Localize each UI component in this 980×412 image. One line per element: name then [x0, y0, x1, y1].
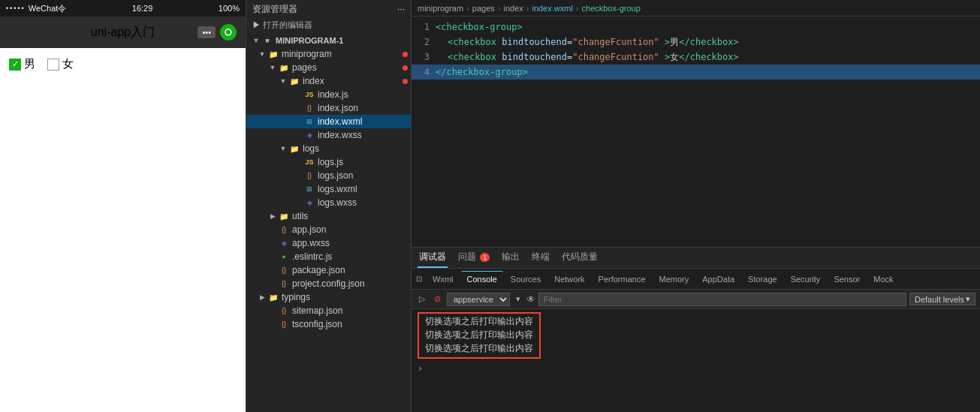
- tab-mock[interactable]: Mock: [867, 272, 899, 287]
- file-sitemap-label: sitemap.json: [292, 305, 342, 316]
- file-index-wxss-label: index.wxss: [318, 130, 362, 140]
- project-root[interactable]: ▼ ■ MINIPROGRAM-1: [246, 34, 411, 47]
- file-sitemap-icon: {}: [278, 305, 290, 317]
- dropdown-arrow[interactable]: ▾: [513, 293, 523, 305]
- file-logs-wxss-icon: ◈: [303, 197, 315, 209]
- file-app-json[interactable]: {} app.json: [246, 223, 411, 236]
- file-tsconfig[interactable]: {} tsconfig.json: [246, 317, 411, 331]
- console-filter-input[interactable]: [538, 293, 906, 306]
- tab-sources[interactable]: Sources: [505, 272, 547, 287]
- folder-miniprogram[interactable]: ▼ 📁 miniprogram: [246, 47, 411, 61]
- logs-expand-arrow: ▼: [278, 145, 288, 152]
- checkbox-female-label: 女: [62, 57, 74, 71]
- code-line-2: 2 <checkbox bindtouchend="changeFcuntion…: [412, 35, 980, 50]
- breadcrumb: miniprogram › pages › index › index.wxml…: [412, 0, 980, 17]
- folder-logs-label: logs: [303, 143, 319, 154]
- file-logs-wxml-label: logs.wxml: [318, 184, 357, 194]
- select-cursor-icon[interactable]: ⊡: [416, 275, 422, 283]
- file-logs-js-label: logs.js: [318, 157, 343, 167]
- tab-terminal[interactable]: 终端: [530, 248, 551, 268]
- file-index-wxml[interactable]: ⊞ index.wxml: [246, 115, 411, 128]
- line-content-3: <checkbox bindtouchend="changeFcuntion" …: [436, 51, 739, 64]
- file-logs-js[interactable]: JS logs.js: [246, 155, 411, 169]
- caret-right-icon: ›: [418, 363, 423, 374]
- folder-miniprogram-icon: 📁: [267, 48, 279, 60]
- code-line-3: 3 <checkbox bindtouchend="changeFcuntion…: [412, 50, 980, 65]
- line-content-1: <checkbox-group>: [436, 22, 523, 32]
- folder-index-icon: 📁: [288, 75, 300, 87]
- console-msg-2: 切换选项之后打印输出内容: [425, 329, 533, 341]
- miniprogram-expand-arrow: ▼: [257, 50, 267, 58]
- phone-home-button[interactable]: [220, 24, 237, 41]
- file-project-config[interactable]: {} project.config.json: [246, 277, 411, 290]
- phone-nav-icons: •••: [198, 24, 237, 41]
- phone-more-button[interactable]: •••: [198, 26, 216, 38]
- folder-pages-icon: 📁: [278, 62, 290, 74]
- checkbox-male[interactable]: ✓ 男: [9, 57, 35, 71]
- tab-output[interactable]: 输出: [500, 248, 521, 268]
- phone-status-bar: ••••• WeChat令 16:29 100%: [0, 0, 246, 17]
- tab-console[interactable]: Console: [461, 271, 503, 287]
- explorer-more-icon[interactable]: ···: [397, 4, 405, 14]
- tab-network[interactable]: Network: [548, 272, 590, 287]
- phone-status-left: ••••• WeChat令: [6, 3, 66, 14]
- folder-logs[interactable]: ▼ 📁 logs: [246, 142, 411, 155]
- tab-storage[interactable]: Storage: [742, 272, 783, 287]
- folder-pages[interactable]: ▼ 📁 pages: [246, 61, 411, 74]
- typings-expand-arrow: ▶: [257, 293, 267, 301]
- explorer-title: 资源管理器: [252, 3, 297, 16]
- context-selector[interactable]: appservice: [447, 293, 510, 306]
- folder-pages-label: pages: [292, 62, 317, 73]
- tab-appdata[interactable]: AppData: [696, 272, 740, 287]
- file-logs-js-icon: JS: [303, 156, 315, 168]
- folder-index[interactable]: ▼ 📁 index: [246, 74, 411, 88]
- phone-checkbox-row: ✓ 男 女: [9, 57, 237, 71]
- file-package-json[interactable]: {} package.json: [246, 263, 411, 277]
- breadcrumb-pages: pages: [472, 4, 495, 13]
- folder-logs-icon: 📁: [288, 143, 300, 155]
- file-eslintrc-label: .eslintrc.js: [292, 251, 332, 262]
- file-tsconfig-icon: {}: [278, 318, 290, 330]
- file-sitemap[interactable]: {} sitemap.json: [246, 304, 411, 317]
- index-badge: [403, 79, 408, 84]
- devtools-chrome-tabs: ⊡ Wxml Console Sources Network Performan…: [412, 269, 980, 290]
- index-expand-arrow: ▼: [278, 77, 288, 85]
- console-output: 切换选项之后打印输出内容 切换选项之后打印输出内容 切换选项之后打印输出内容 ›: [412, 309, 980, 412]
- file-tsconfig-label: tsconfig.json: [292, 319, 342, 329]
- tab-wxml[interactable]: Wxml: [427, 272, 460, 287]
- tab-sensor[interactable]: Sensor: [828, 272, 866, 287]
- file-logs-json[interactable]: {} logs.json: [246, 169, 411, 182]
- console-msg-3: 切换选项之后打印输出内容: [425, 342, 533, 355]
- default-levels-button[interactable]: Default levels ▾: [909, 293, 975, 305]
- file-explorer: 资源管理器 ··· ▶ 打开的编辑器 ▼ ■ MINIPROGRAM-1 ▼ 📁…: [246, 0, 412, 412]
- file-app-wxss[interactable]: ◈ app.wxss: [246, 236, 411, 250]
- file-app-wxss-label: app.wxss: [292, 238, 330, 248]
- pages-badge: [403, 65, 408, 71]
- stop-button[interactable]: ⊘: [431, 293, 444, 305]
- file-eslintrc[interactable]: ● .eslintrc.js: [246, 250, 411, 263]
- file-logs-wxss[interactable]: ◈ logs.wxss: [246, 196, 411, 209]
- file-eslintrc-icon: ●: [278, 251, 290, 263]
- code-editor[interactable]: 1 <checkbox-group> 2 <checkbox bindtouch…: [412, 17, 980, 247]
- console-msg-1: 切换选项之后打印输出内容: [425, 315, 533, 328]
- folder-utils[interactable]: ▶ 📁 utils: [246, 209, 411, 223]
- folder-typings[interactable]: ▶ 📁 typings: [246, 290, 411, 304]
- eye-icon[interactable]: 👁: [526, 294, 535, 305]
- file-index-json[interactable]: {} index.json: [246, 101, 411, 115]
- file-logs-wxml[interactable]: ⊞ logs.wxml: [246, 182, 411, 196]
- run-button[interactable]: ▷: [416, 293, 428, 305]
- folder-utils-label: utils: [292, 211, 308, 221]
- tab-problems[interactable]: 问题 1: [457, 248, 491, 268]
- file-index-js[interactable]: JS index.js: [246, 88, 411, 101]
- tab-code-quality[interactable]: 代码质量: [560, 248, 599, 268]
- checkbox-female[interactable]: 女: [47, 57, 74, 71]
- svg-point-0: [225, 29, 231, 35]
- tab-performance[interactable]: Performance: [593, 272, 652, 287]
- tab-security[interactable]: Security: [785, 272, 827, 287]
- tab-debugger[interactable]: 调试器: [418, 248, 448, 268]
- line-content-4: </checkbox-group>: [436, 67, 528, 77]
- file-index-wxss[interactable]: ◈ index.wxss: [246, 128, 411, 142]
- breadcrumb-sep-4: ›: [576, 4, 579, 13]
- open-editors-section[interactable]: ▶ 打开的编辑器: [246, 18, 411, 32]
- tab-memory[interactable]: Memory: [653, 272, 695, 287]
